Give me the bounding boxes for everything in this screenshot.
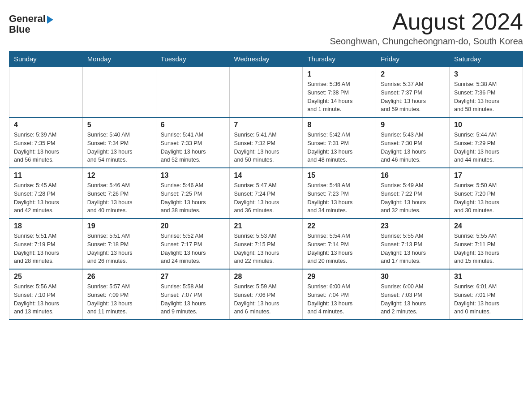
day-number: 18 [14, 222, 78, 230]
day-of-week-header: Friday [376, 51, 450, 67]
calendar-table: SundayMondayTuesdayWednesdayThursdayFrid… [9, 51, 523, 320]
day-info: Sunrise: 5:45 AM Sunset: 7:28 PM Dayligh… [14, 181, 78, 215]
day-info: Sunrise: 5:42 AM Sunset: 7:31 PM Dayligh… [307, 131, 371, 164]
day-info: Sunrise: 5:57 AM Sunset: 7:09 PM Dayligh… [87, 283, 151, 316]
location-subtitle: Seonghwan, Chungcheongnam-do, South Kore… [330, 36, 523, 47]
day-info: Sunrise: 5:46 AM Sunset: 7:25 PM Dayligh… [161, 181, 225, 215]
day-number: 19 [87, 222, 151, 230]
day-number: 28 [234, 273, 298, 281]
day-info: Sunrise: 5:53 AM Sunset: 7:15 PM Dayligh… [234, 232, 298, 265]
day-number: 7 [234, 121, 298, 129]
day-info: Sunrise: 5:50 AM Sunset: 7:20 PM Dayligh… [454, 181, 518, 215]
calendar-day-cell: 14Sunrise: 5:47 AM Sunset: 7:24 PM Dayli… [229, 168, 303, 218]
calendar-day-cell: 9Sunrise: 5:43 AM Sunset: 7:30 PM Daylig… [376, 117, 450, 168]
calendar-day-cell: 27Sunrise: 5:58 AM Sunset: 7:07 PM Dayli… [156, 269, 229, 320]
calendar-day-cell [82, 67, 156, 117]
day-of-week-header: Tuesday [156, 51, 229, 67]
logo-arrow-icon [47, 16, 53, 24]
calendar-day-cell: 5Sunrise: 5:40 AM Sunset: 7:34 PM Daylig… [82, 117, 156, 168]
day-info: Sunrise: 5:58 AM Sunset: 7:07 PM Dayligh… [161, 283, 225, 316]
calendar-day-cell: 23Sunrise: 5:55 AM Sunset: 7:13 PM Dayli… [376, 218, 450, 269]
day-number: 2 [381, 70, 445, 78]
month-year-title: August 2024 [330, 9, 523, 34]
day-info: Sunrise: 5:52 AM Sunset: 7:17 PM Dayligh… [161, 232, 225, 265]
day-number: 4 [14, 121, 78, 129]
day-number: 21 [234, 222, 298, 230]
day-number: 14 [234, 171, 298, 180]
day-number: 1 [307, 70, 371, 78]
day-info: Sunrise: 5:36 AM Sunset: 7:38 PM Dayligh… [307, 80, 371, 114]
calendar-day-cell [229, 67, 303, 117]
day-info: Sunrise: 5:51 AM Sunset: 7:19 PM Dayligh… [14, 232, 78, 265]
day-info: Sunrise: 5:44 AM Sunset: 7:29 PM Dayligh… [454, 131, 518, 164]
day-number: 15 [307, 171, 371, 180]
calendar-day-cell: 8Sunrise: 5:42 AM Sunset: 7:31 PM Daylig… [303, 117, 376, 168]
day-info: Sunrise: 5:39 AM Sunset: 7:35 PM Dayligh… [14, 131, 78, 164]
day-number: 5 [87, 121, 151, 129]
day-number: 30 [381, 273, 445, 281]
calendar-day-cell: 26Sunrise: 5:57 AM Sunset: 7:09 PM Dayli… [82, 269, 156, 320]
day-info: Sunrise: 6:00 AM Sunset: 7:03 PM Dayligh… [381, 283, 445, 316]
calendar-day-cell: 19Sunrise: 5:51 AM Sunset: 7:18 PM Dayli… [82, 218, 156, 269]
calendar-day-cell: 16Sunrise: 5:49 AM Sunset: 7:22 PM Dayli… [376, 168, 450, 218]
day-number: 6 [161, 121, 225, 129]
day-info: Sunrise: 5:40 AM Sunset: 7:34 PM Dayligh… [87, 131, 151, 164]
day-info: Sunrise: 5:41 AM Sunset: 7:33 PM Dayligh… [161, 131, 225, 164]
day-of-week-header: Thursday [303, 51, 376, 67]
day-number: 11 [14, 171, 78, 180]
day-number: 22 [307, 222, 371, 230]
calendar-day-cell: 7Sunrise: 5:41 AM Sunset: 7:32 PM Daylig… [229, 117, 303, 168]
day-info: Sunrise: 5:46 AM Sunset: 7:26 PM Dayligh… [87, 181, 151, 215]
calendar-day-cell: 22Sunrise: 5:54 AM Sunset: 7:14 PM Dayli… [303, 218, 376, 269]
day-number: 29 [307, 273, 371, 281]
logo: General Blue [9, 13, 53, 35]
calendar-day-cell: 12Sunrise: 5:46 AM Sunset: 7:26 PM Dayli… [82, 168, 156, 218]
day-number: 26 [87, 273, 151, 281]
calendar-week-row: 11Sunrise: 5:45 AM Sunset: 7:28 PM Dayli… [9, 168, 523, 218]
calendar-day-cell [156, 67, 229, 117]
calendar-day-cell [9, 67, 83, 117]
calendar-week-row: 18Sunrise: 5:51 AM Sunset: 7:19 PM Dayli… [9, 218, 523, 269]
calendar-day-cell: 1Sunrise: 5:36 AM Sunset: 7:38 PM Daylig… [303, 67, 376, 117]
day-info: Sunrise: 5:56 AM Sunset: 7:10 PM Dayligh… [14, 283, 78, 316]
day-info: Sunrise: 5:38 AM Sunset: 7:36 PM Dayligh… [454, 80, 518, 114]
day-info: Sunrise: 5:37 AM Sunset: 7:37 PM Dayligh… [381, 80, 445, 114]
day-info: Sunrise: 5:55 AM Sunset: 7:11 PM Dayligh… [454, 232, 518, 265]
day-number: 20 [161, 222, 225, 230]
calendar-day-cell: 17Sunrise: 5:50 AM Sunset: 7:20 PM Dayli… [450, 168, 523, 218]
day-of-week-header: Sunday [9, 51, 83, 67]
day-info: Sunrise: 5:54 AM Sunset: 7:14 PM Dayligh… [307, 232, 371, 265]
day-number: 8 [307, 121, 371, 129]
day-number: 25 [14, 273, 78, 281]
calendar-day-cell: 10Sunrise: 5:44 AM Sunset: 7:29 PM Dayli… [450, 117, 523, 168]
day-info: Sunrise: 6:00 AM Sunset: 7:04 PM Dayligh… [307, 283, 371, 316]
day-number: 9 [381, 121, 445, 129]
calendar-day-cell: 20Sunrise: 5:52 AM Sunset: 7:17 PM Dayli… [156, 218, 229, 269]
day-number: 3 [454, 70, 518, 78]
calendar-day-cell: 15Sunrise: 5:48 AM Sunset: 7:23 PM Dayli… [303, 168, 376, 218]
day-info: Sunrise: 5:59 AM Sunset: 7:06 PM Dayligh… [234, 283, 298, 316]
day-number: 24 [454, 222, 518, 230]
calendar-day-cell: 18Sunrise: 5:51 AM Sunset: 7:19 PM Dayli… [9, 218, 83, 269]
calendar-day-cell: 21Sunrise: 5:53 AM Sunset: 7:15 PM Dayli… [229, 218, 303, 269]
day-of-week-header: Wednesday [229, 51, 303, 67]
day-info: Sunrise: 5:49 AM Sunset: 7:22 PM Dayligh… [381, 181, 445, 215]
title-section: August 2024 Seonghwan, Chungcheongnam-do… [330, 9, 523, 47]
day-info: Sunrise: 5:41 AM Sunset: 7:32 PM Dayligh… [234, 131, 298, 164]
day-number: 13 [161, 171, 225, 180]
day-number: 16 [381, 171, 445, 180]
day-number: 12 [87, 171, 151, 180]
day-info: Sunrise: 5:55 AM Sunset: 7:13 PM Dayligh… [381, 232, 445, 265]
calendar-day-cell: 30Sunrise: 6:00 AM Sunset: 7:03 PM Dayli… [376, 269, 450, 320]
day-info: Sunrise: 5:48 AM Sunset: 7:23 PM Dayligh… [307, 181, 371, 215]
page-header: General Blue August 2024 Seonghwan, Chun… [9, 9, 523, 47]
calendar-day-cell: 11Sunrise: 5:45 AM Sunset: 7:28 PM Dayli… [9, 168, 83, 218]
calendar-day-cell: 6Sunrise: 5:41 AM Sunset: 7:33 PM Daylig… [156, 117, 229, 168]
calendar-day-cell: 4Sunrise: 5:39 AM Sunset: 7:35 PM Daylig… [9, 117, 83, 168]
calendar-week-row: 25Sunrise: 5:56 AM Sunset: 7:10 PM Dayli… [9, 269, 523, 320]
day-header-row: SundayMondayTuesdayWednesdayThursdayFrid… [9, 51, 523, 67]
day-info: Sunrise: 5:43 AM Sunset: 7:30 PM Dayligh… [381, 131, 445, 164]
day-number: 17 [454, 171, 518, 180]
day-number: 10 [454, 121, 518, 129]
day-of-week-header: Saturday [450, 51, 523, 67]
